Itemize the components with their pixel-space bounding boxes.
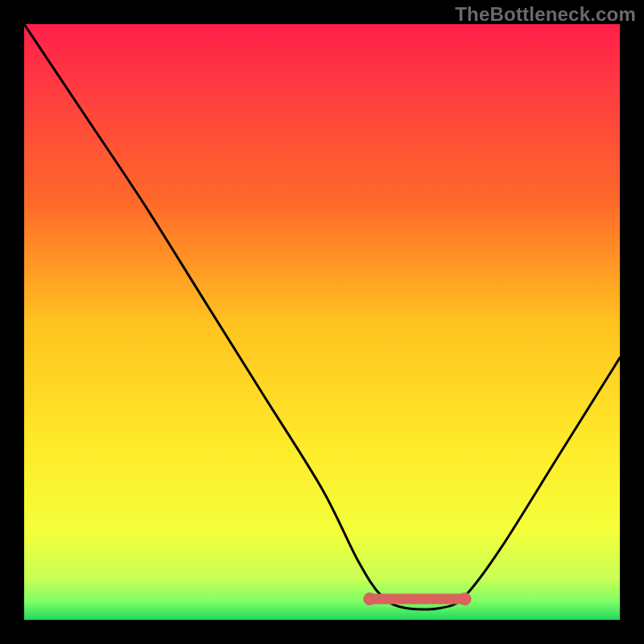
- gradient-background: [24, 24, 620, 620]
- watermark-text: TheBottleneck.com: [455, 3, 636, 26]
- chart-frame: TheBottleneck.com: [0, 0, 644, 644]
- optimal-band: [363, 592, 471, 605]
- bottleneck-chart: [24, 24, 620, 620]
- svg-point-2: [459, 592, 472, 605]
- plot-area: [24, 24, 620, 620]
- svg-point-1: [363, 592, 376, 605]
